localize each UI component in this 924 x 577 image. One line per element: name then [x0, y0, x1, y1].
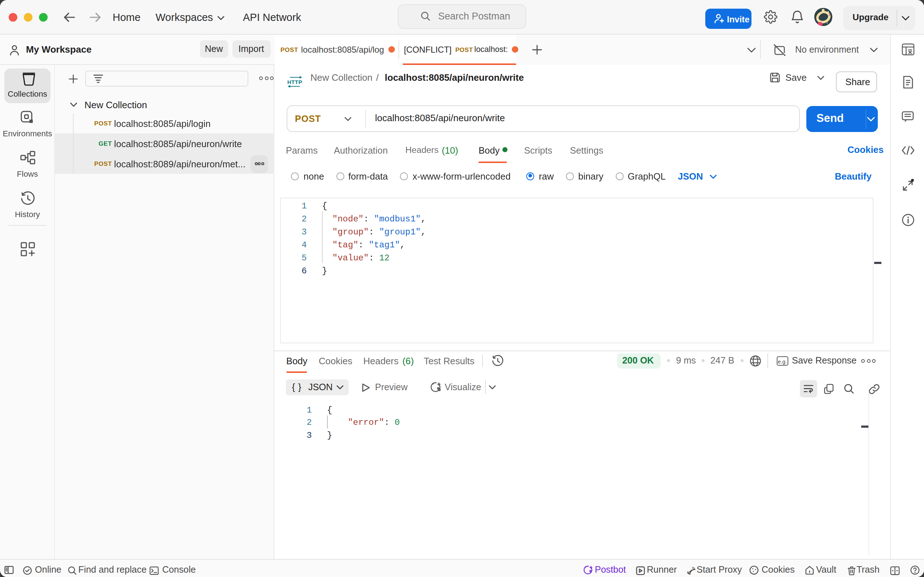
svg-text:HTTP: HTTP [287, 79, 302, 85]
